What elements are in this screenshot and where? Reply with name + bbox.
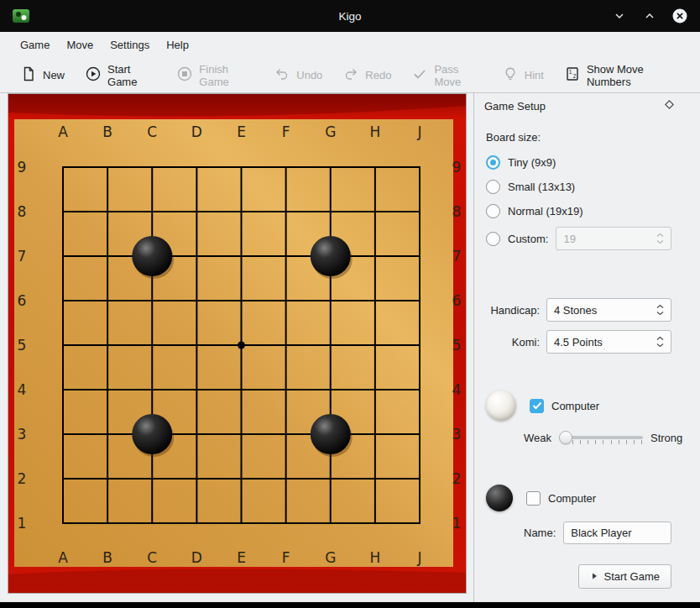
- handicap-combobox[interactable]: 4 Stones: [546, 298, 671, 322]
- pass-move-button[interactable]: Pass Move: [403, 59, 489, 92]
- dock-float-icon[interactable]: [664, 99, 675, 113]
- menu-settings[interactable]: Settings: [102, 34, 158, 55]
- radio-custom-label: Custom:: [508, 233, 548, 245]
- kigo-window: Kigo Game Move Settings Help Ne: [0, 0, 700, 602]
- play-arrow-icon: [590, 570, 598, 583]
- svg-text:A: A: [58, 123, 68, 140]
- strength-slider-handle[interactable]: [559, 431, 572, 444]
- hint-label: Hint: [525, 69, 544, 81]
- svg-text:6: 6: [452, 292, 462, 309]
- radio-tiny[interactable]: [486, 155, 500, 170]
- svg-text:G: G: [325, 549, 336, 566]
- toolbar: New Start Game Finish Game: [0, 58, 700, 93]
- black-computer-checkbox[interactable]: [526, 491, 541, 506]
- radio-normal[interactable]: [486, 204, 500, 218]
- svg-text:F: F: [282, 549, 290, 566]
- svg-text:2: 2: [573, 73, 577, 79]
- svg-text:3: 3: [452, 426, 462, 443]
- board-wood: [14, 119, 453, 567]
- svg-text:J: J: [416, 123, 421, 140]
- play-circle-icon: [85, 66, 102, 85]
- svg-text:7: 7: [452, 248, 462, 265]
- start-row: Start Game: [486, 564, 671, 589]
- radio-custom[interactable]: [486, 232, 500, 246]
- white-stone-image: [486, 390, 516, 421]
- handicap-label: Handicap:: [486, 304, 540, 317]
- new-button[interactable]: New: [12, 61, 73, 89]
- felt-wave-bottom: [8, 569, 466, 593]
- svg-text:4: 4: [452, 381, 462, 398]
- menu-help[interactable]: Help: [158, 34, 197, 55]
- svg-text:H: H: [369, 123, 380, 140]
- radio-row-small[interactable]: Small (13x13): [486, 178, 671, 195]
- svg-text:8: 8: [452, 203, 462, 220]
- svg-text:6: 6: [18, 292, 27, 309]
- start-game-button[interactable]: Start Game: [76, 59, 165, 92]
- svg-text:D: D: [191, 123, 202, 140]
- show-move-numbers-button[interactable]: 1 2 Show Move Numbers: [556, 59, 688, 92]
- radio-small[interactable]: [486, 180, 500, 194]
- go-board-canvas[interactable]: AA99BB88CC77DD66EE55FF44GG33HH22JJ11: [8, 94, 466, 593]
- menu-game[interactable]: Game: [12, 34, 58, 55]
- maximize-icon[interactable]: [641, 8, 658, 24]
- radio-tiny-label: Tiny (9x9): [508, 156, 556, 169]
- svg-text:5: 5: [18, 337, 27, 354]
- main-content: AA99BB88CC77DD66EE55FF44GG33HH22JJ11 Gam…: [0, 93, 700, 602]
- svg-text:C: C: [147, 549, 157, 566]
- redo-button[interactable]: Redo: [334, 61, 400, 89]
- svg-text:4: 4: [18, 381, 27, 398]
- radio-row-custom[interactable]: Custom: 19: [486, 227, 671, 250]
- undo-label: Undo: [296, 69, 322, 81]
- svg-text:J: J: [416, 549, 421, 566]
- hint-button[interactable]: Hint: [494, 61, 552, 89]
- new-document-icon: [20, 66, 37, 85]
- radio-row-tiny[interactable]: Tiny (9x9): [486, 154, 671, 170]
- svg-text:D: D: [191, 549, 202, 566]
- komi-value: 4.5 Points: [554, 336, 603, 349]
- go-board[interactable]: AA99BB88CC77DD66EE55FF44GG33HH22JJ11: [8, 93, 467, 594]
- start-game-panel-label: Start Game: [604, 570, 660, 583]
- game-setup-panel: Game Setup Board size: Tiny (9x9) Small …: [473, 93, 700, 602]
- kigo-app-icon[interactable]: [12, 7, 30, 25]
- new-label: New: [43, 69, 65, 81]
- strong-label: Strong: [650, 432, 682, 444]
- svg-text:E: E: [237, 549, 246, 566]
- svg-text:B: B: [102, 123, 112, 140]
- close-icon[interactable]: [671, 8, 688, 24]
- white-computer-row[interactable]: Computer: [530, 399, 599, 413]
- start-game-label: Start Game: [107, 63, 156, 88]
- menubar: Game Move Settings Help: [0, 32, 700, 58]
- handicap-value: 4 Stones: [554, 304, 597, 317]
- start-game-panel-button[interactable]: Start Game: [578, 564, 671, 589]
- lightbulb-icon: [502, 66, 519, 85]
- black-stone-image: [486, 485, 513, 511]
- window-controls: [611, 8, 688, 24]
- checkmark-icon: [411, 66, 428, 85]
- slider-ticks: [572, 440, 642, 444]
- spinbox-arrows-icon[interactable]: [656, 233, 664, 244]
- show-move-numbers-label: Show Move Numbers: [587, 63, 680, 88]
- redo-arrow-icon: [342, 66, 359, 85]
- komi-label: Komi:: [486, 336, 540, 349]
- pass-move-label: Pass Move: [434, 63, 481, 88]
- svg-text:7: 7: [18, 248, 27, 265]
- strength-slider-row: Weak Strong: [524, 429, 671, 446]
- svg-text:A: A: [58, 549, 68, 566]
- radio-row-normal[interactable]: Normal (19x19): [486, 202, 671, 219]
- black-player-name-input[interactable]: Black Player: [563, 522, 671, 544]
- stop-circle-icon: [176, 66, 193, 85]
- strength-slider[interactable]: [559, 429, 643, 446]
- name-label: Name:: [524, 527, 556, 539]
- finish-game-button[interactable]: Finish Game: [168, 59, 262, 92]
- custom-size-spinbox[interactable]: 19: [556, 227, 671, 250]
- komi-combobox[interactable]: 4.5 Points: [546, 330, 671, 354]
- svg-text:G: G: [325, 123, 336, 140]
- minimize-icon[interactable]: [611, 8, 628, 24]
- undo-button[interactable]: Undo: [265, 61, 331, 89]
- white-computer-checkbox[interactable]: [530, 399, 544, 413]
- black-computer-row[interactable]: Computer: [526, 491, 596, 506]
- dock-body: Board size: Tiny (9x9) Small (13x13) Nor…: [474, 116, 700, 602]
- radio-small-label: Small (13x13): [508, 181, 575, 193]
- svg-text:F: F: [282, 123, 290, 140]
- menu-move[interactable]: Move: [58, 34, 102, 55]
